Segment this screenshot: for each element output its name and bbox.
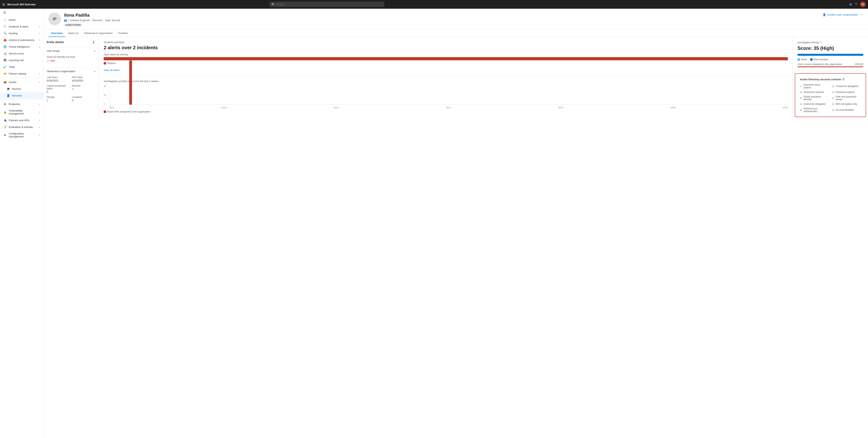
- app-logo: Microsoft 365 Defender: [7, 3, 36, 6]
- sidebar-hamburger[interactable]: ☰: [0, 9, 43, 16]
- x-label-5: 05/26: [671, 107, 676, 109]
- sidebar-label-assets: Assets: [9, 81, 37, 83]
- tab-timeline[interactable]: Timeline: [115, 30, 131, 37]
- severity-legend-box: [104, 62, 106, 64]
- vulnerability-icon: 🔒: [3, 110, 7, 114]
- sidebar-item-identities[interactable]: 👤 Identities: [0, 92, 43, 99]
- chart-label: Investigation priority score over the la…: [104, 80, 788, 83]
- sidebar-label-vulnerability: Vulnerability management: [9, 109, 37, 115]
- ad-info-icon: ⓘ: [842, 78, 845, 81]
- search-input[interactable]: [276, 3, 382, 6]
- devices-block: Devices 3: [72, 85, 96, 93]
- chart-legend: Above 90% compared to the organization: [104, 110, 788, 113]
- sidebar-label-configuration: Configuration management: [9, 132, 37, 138]
- minus-icon-trusted-delegation: ⊖: [832, 85, 834, 88]
- warning-icon: ⚠: [47, 59, 49, 62]
- hunting-chevron-icon: ∨: [39, 32, 40, 34]
- incidents-icon: 🛡: [3, 25, 7, 28]
- entity-details-collapse-button[interactable]: ❮: [92, 40, 96, 44]
- profile-badge: HONEYTOKEN: [64, 24, 82, 27]
- sidebar-label-secure-score: Secure score: [9, 52, 40, 55]
- inv-score-row: User's score compared to the organizatio…: [798, 63, 863, 66]
- chart-legend-label: Above 90% compared to the organization: [107, 110, 150, 113]
- left-panel: Entity details ❮ User threat ∧ Azure AD …: [43, 37, 99, 119]
- user-avatar[interactable]: TA: [860, 2, 866, 7]
- settings-icon[interactable]: ⚙: [849, 3, 852, 6]
- ad-controls-grid: ✓ Password never expires ⊖ Trusted for d…: [800, 83, 861, 113]
- y-label-40: 40: [104, 85, 106, 88]
- sidebar-label-endpoints: Endpoints: [9, 103, 37, 106]
- sidebar-item-vulnerability[interactable]: 🔒 Vulnerability management ∨: [0, 107, 43, 117]
- x-label-4: 05/24: [558, 107, 563, 109]
- sidebar-label-devices: Devices: [12, 88, 40, 90]
- search-bar[interactable]: 🔍: [270, 2, 384, 7]
- sidebar-label-actions: Actions & submissions: [9, 39, 37, 41]
- inv-score-compare-label: User's score compared to the organizatio…: [798, 63, 842, 66]
- tab-observed[interactable]: Observed in organization: [81, 30, 116, 37]
- ad-item-cannot-delegate: ⊖ Cannot be delegated: [800, 102, 829, 106]
- minus-icon-plain-text: ⊖: [832, 97, 834, 100]
- more-options-button[interactable]: ···: [860, 13, 863, 17]
- entity-details-header: Entity details ❮: [43, 37, 99, 47]
- confirm-compromised-button[interactable]: 👤 Confirm user compromised: [823, 13, 858, 16]
- ad-item-account-disabled: ⊖ Account disabled: [832, 107, 861, 113]
- sidebar-item-incidents-alerts[interactable]: 🛡 Incidents & alerts ∨: [0, 23, 43, 30]
- sidebar-item-threat-intelligence[interactable]: 🌐 Threat intelligence ∨: [0, 43, 43, 50]
- sidebar-item-assets[interactable]: 📦 Assets ∧: [0, 79, 43, 86]
- user-threat-content: Azure AD Identity risk level ⚠ High: [43, 54, 99, 68]
- ad-controls-title-text: Active Directory account controls: [800, 78, 841, 81]
- partners-apis-chevron-icon: ∨: [39, 119, 40, 122]
- sidebar-label-trials: Trials: [9, 65, 40, 68]
- sidebar-item-hunting[interactable]: 🔍 Hunting ∨: [0, 30, 43, 37]
- partner-icon: 🤝: [3, 72, 7, 75]
- sidebar-divider-2: [0, 100, 43, 100]
- sidebar-item-trials[interactable]: 🧪 Trials: [0, 64, 43, 70]
- severity-bar-container: Medium: [104, 57, 788, 65]
- groups-label: Groups: [47, 96, 70, 99]
- ad-label-password-expired: Password expired: [836, 91, 854, 94]
- sidebar-item-actions-submissions[interactable]: 📤 Actions & submissions ∨: [0, 37, 43, 43]
- sidebar-item-endpoints[interactable]: 🖥 Endpoints ∧: [0, 101, 43, 107]
- sidebar-item-evaluation[interactable]: 📝 Evaluation & tutorials ∨: [0, 124, 43, 130]
- incidents-chevron-icon: ∨: [39, 26, 40, 28]
- sidebar-item-partners-apis[interactable]: 🔌 Partners and APIs ∨: [0, 117, 43, 124]
- x-label-2: 05/20: [334, 107, 339, 109]
- groups-block: Groups 2: [47, 96, 70, 102]
- view-all-alerts-link[interactable]: View all alerts: [104, 69, 120, 72]
- incidents-section: Incidents and Alerts 2 alerts over 2 inc…: [99, 37, 793, 76]
- tab-overview[interactable]: Overview: [48, 30, 65, 37]
- user-threat-section-header[interactable]: User threat ∧: [43, 47, 99, 54]
- x-label-6: 05/28: [783, 107, 788, 109]
- inv-section-label-text: Investigation Priority: [798, 41, 819, 44]
- sidebar-item-secure-score[interactable]: 📊 Secure score: [0, 50, 43, 57]
- vulnerability-chevron-icon: ∨: [39, 111, 40, 113]
- ad-label-empty-password: Empty password allowed: [804, 95, 829, 101]
- topbar: ⊞ Microsoft 365 Defender 🔍 ⚙ ? TA: [0, 0, 868, 9]
- sidebar-item-home[interactable]: ⌂ Home: [0, 16, 43, 23]
- sidebar-item-learning-hub[interactable]: 📚 Learning hub: [0, 57, 43, 64]
- trials-icon: 🧪: [3, 65, 7, 68]
- devices-label: Devices: [72, 85, 96, 87]
- sidebar-item-devices[interactable]: 💻 Devices: [0, 86, 43, 92]
- tab-alerts[interactable]: Alerts (2): [65, 30, 81, 37]
- sidebar-item-partner-catalog[interactable]: 🤝 Partner catalog ∨: [0, 70, 43, 77]
- inv-section-label: Investigation Priority ⓘ: [798, 41, 863, 44]
- risk-legend-item: Risk Activities: [810, 58, 828, 61]
- help-icon[interactable]: ?: [855, 3, 857, 6]
- profile-header: IP Ilona Padilla 👥 | Software Engineer |…: [43, 9, 868, 30]
- ad-label-account-disabled: Account disabled: [836, 108, 854, 111]
- grid-icon[interactable]: ⊞: [2, 3, 5, 6]
- observed-title: Observed in organization: [47, 70, 75, 73]
- severity-bar: [104, 57, 788, 60]
- ad-item-trusted-delegation: ⊖ Trusted for delegation: [832, 83, 861, 89]
- groups-value[interactable]: 2: [47, 99, 70, 102]
- chart-area: 40 20 0 05/1605/1805/2005/2205/2405/2605…: [104, 85, 788, 109]
- y-label-20: 20: [104, 94, 106, 96]
- observed-section-header[interactable]: Observed in organization ∧: [43, 68, 99, 74]
- severity-label: Open alerts by severity: [104, 53, 788, 56]
- sidebar-item-configuration[interactable]: ⚙ Configuration management ∨: [0, 130, 43, 140]
- devices-value[interactable]: 3: [72, 88, 96, 91]
- profile-separator-1: |: [68, 19, 69, 22]
- ad-label-smartcard: Smartcard required: [804, 91, 824, 94]
- minus-icon-kerberos: ⊖: [800, 108, 802, 111]
